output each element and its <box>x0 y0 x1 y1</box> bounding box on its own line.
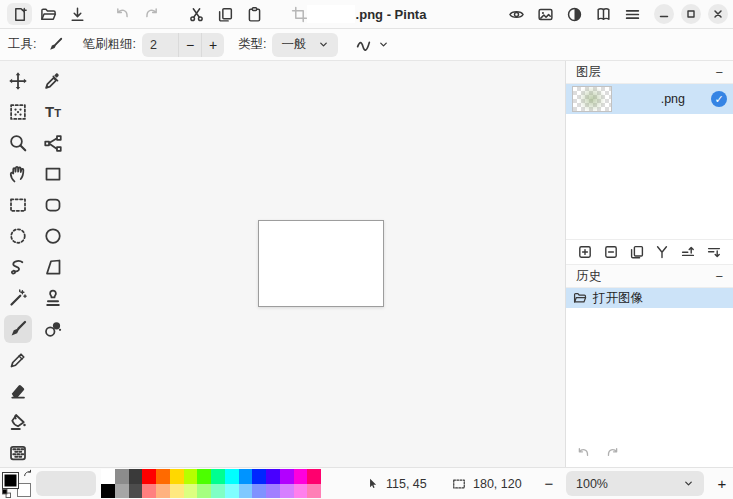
palette-swatch[interactable] <box>239 469 253 484</box>
palette-swatch[interactable] <box>129 469 143 484</box>
palette-swatch[interactable] <box>101 484 115 499</box>
palette-swatch[interactable] <box>197 469 211 484</box>
palette-swatch[interactable] <box>170 469 184 484</box>
palette-swatch[interactable] <box>307 484 321 499</box>
image-menu-button[interactable] <box>533 3 558 25</box>
magic-wand-select-tool[interactable] <box>4 98 32 126</box>
palette-swatch[interactable] <box>142 469 156 484</box>
paste-button[interactable] <box>242 3 267 25</box>
zoom-tool[interactable] <box>4 129 32 157</box>
palette-swatch[interactable] <box>307 469 321 484</box>
new-image-button[interactable] <box>7 3 32 25</box>
secondary-color-swatch[interactable] <box>17 483 31 497</box>
palette-swatch[interactable] <box>184 469 198 484</box>
palette-swatch[interactable] <box>211 484 225 499</box>
canvas[interactable] <box>258 220 384 307</box>
ellipse-tool[interactable] <box>39 222 67 250</box>
palette-swatch[interactable] <box>252 484 266 499</box>
palette-swatch[interactable] <box>184 484 198 499</box>
palette-swatch[interactable] <box>129 484 143 499</box>
palette-swatch[interactable] <box>280 484 294 499</box>
adjustments-menu-button[interactable] <box>562 3 587 25</box>
rectangle-select-tool[interactable] <box>4 191 32 219</box>
clone-stamp-tool[interactable] <box>39 284 67 312</box>
undo-button[interactable] <box>110 3 135 25</box>
zoom-out-button[interactable]: − <box>538 468 560 499</box>
save-button[interactable] <box>65 3 90 25</box>
minimize-button[interactable] <box>654 4 674 24</box>
eraser-tool[interactable] <box>4 377 32 405</box>
palette-swatch[interactable] <box>156 469 170 484</box>
palette-swatch[interactable] <box>115 484 129 499</box>
stroke-style-chevron-icon[interactable] <box>378 39 389 50</box>
palette-swatch[interactable] <box>252 469 266 484</box>
layer-visibility-checkbox[interactable]: ✓ <box>711 91 727 107</box>
brush-width-value[interactable]: 2 <box>142 38 178 52</box>
open-image-button[interactable] <box>36 3 61 25</box>
palette-swatch[interactable] <box>170 484 184 499</box>
palette-swatch[interactable] <box>211 469 225 484</box>
main-menu-button[interactable] <box>620 3 645 25</box>
stroke-style-button[interactable] <box>350 33 376 57</box>
paint-bucket-tool[interactable] <box>4 408 32 436</box>
effects-menu-button[interactable] <box>591 3 616 25</box>
magic-wand-tool[interactable] <box>4 284 32 312</box>
palette-swatch[interactable] <box>239 484 253 499</box>
pan-tool[interactable] <box>4 160 32 188</box>
maximize-button[interactable] <box>681 4 701 24</box>
palette-swatch[interactable] <box>142 484 156 499</box>
palette-swatch[interactable] <box>115 469 129 484</box>
freeform-shape-tool[interactable] <box>39 253 67 281</box>
move-selection-tool[interactable] <box>4 67 32 95</box>
current-tool-button[interactable] <box>42 33 68 57</box>
palette-swatch[interactable] <box>266 484 280 499</box>
copy-button[interactable] <box>213 3 238 25</box>
layers-collapse-button[interactable]: − <box>715 65 723 80</box>
zoom-in-button[interactable]: + <box>711 468 733 499</box>
close-button[interactable] <box>708 4 728 24</box>
brush-width-decrease-button[interactable]: − <box>178 33 201 57</box>
raise-layer-button[interactable] <box>678 242 698 262</box>
cut-button[interactable] <box>184 3 209 25</box>
swap-colors-icon[interactable] <box>23 469 33 479</box>
gradient-tool[interactable] <box>4 439 32 467</box>
lasso-select-tool[interactable] <box>4 253 32 281</box>
palette-swatch[interactable] <box>225 469 239 484</box>
history-redo-icon[interactable] <box>605 446 620 461</box>
palette-swatch[interactable] <box>225 484 239 499</box>
ellipse-select-tool[interactable] <box>4 222 32 250</box>
color-swatch-widget[interactable] <box>2 470 33 497</box>
reset-colors-icon[interactable] <box>2 489 11 498</box>
rectangle-tool[interactable] <box>39 160 67 188</box>
recolor-tool[interactable] <box>39 315 67 343</box>
color-picker-tool[interactable] <box>39 67 67 95</box>
rounded-rectangle-tool[interactable] <box>39 191 67 219</box>
lower-layer-button[interactable] <box>704 242 724 262</box>
text-tool[interactable]: TT <box>39 98 67 126</box>
delete-layer-button[interactable] <box>601 242 621 262</box>
redo-button[interactable] <box>139 3 164 25</box>
history-collapse-button[interactable]: − <box>715 269 723 284</box>
recent-colors-area[interactable] <box>36 471 96 496</box>
palette-swatch[interactable] <box>280 469 294 484</box>
layer-row[interactable]: .png ✓ <box>566 84 733 114</box>
palette-swatch[interactable] <box>197 484 211 499</box>
palette-swatch[interactable] <box>266 469 280 484</box>
brush-type-dropdown[interactable]: 一般 <box>272 33 338 57</box>
palette-swatch[interactable] <box>294 469 308 484</box>
primary-color-swatch[interactable] <box>2 472 19 489</box>
zoom-level-dropdown[interactable]: 100% <box>566 471 704 496</box>
merge-layer-down-button[interactable] <box>652 242 672 262</box>
palette-swatch[interactable] <box>101 469 115 484</box>
pencil-tool[interactable] <box>4 346 32 374</box>
add-layer-button[interactable] <box>575 242 595 262</box>
history-item-open-image[interactable]: 打开图像 <box>566 288 733 308</box>
palette-swatch[interactable] <box>294 484 308 499</box>
paintbrush-tool[interactable] <box>4 315 32 343</box>
duplicate-layer-button[interactable] <box>627 242 647 262</box>
line-curve-tool[interactable] <box>39 129 67 157</box>
view-menu-button[interactable] <box>504 3 529 25</box>
history-undo-icon[interactable] <box>576 446 591 461</box>
palette-swatch[interactable] <box>156 484 170 499</box>
brush-width-increase-button[interactable]: + <box>201 33 224 57</box>
